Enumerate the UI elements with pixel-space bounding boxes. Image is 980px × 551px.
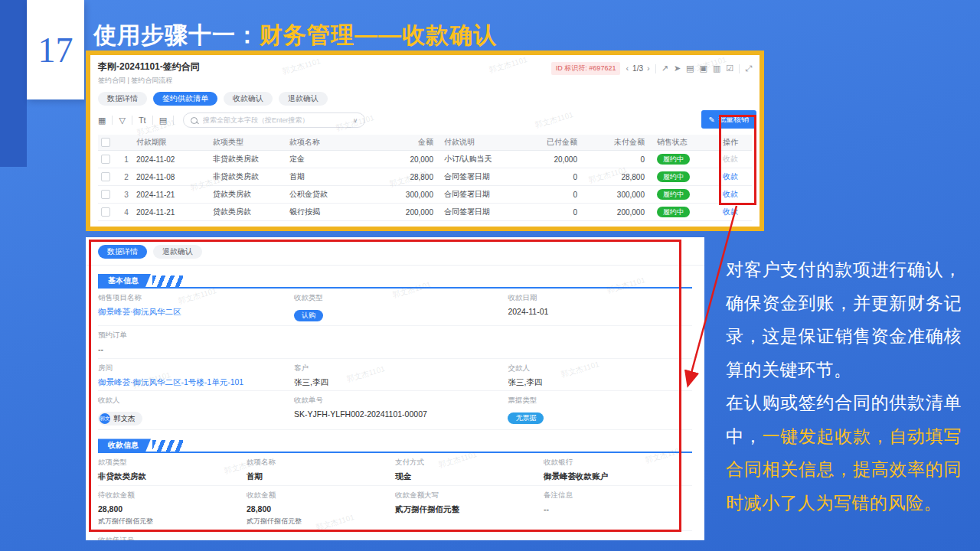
list-toolbar: ▦ ▽ Tt ▤ ∨ ✎ 批量核销 bbox=[98, 112, 752, 128]
col-header: 金额 bbox=[374, 137, 433, 148]
tab-data-detail[interactable]: 数据详情 bbox=[98, 92, 147, 106]
tab-receipt-confirm[interactable]: 收款确认 bbox=[224, 92, 273, 106]
record-id-badge: ID 标识符: #697621 bbox=[551, 62, 621, 75]
cell-amount: 20,000 bbox=[374, 155, 433, 164]
divider bbox=[132, 116, 132, 125]
cell-desc: 合同签署日期 bbox=[433, 207, 510, 217]
status-badge: 履约中 bbox=[657, 171, 690, 182]
share-icon[interactable]: ↗ bbox=[662, 64, 668, 73]
slide-title: 使用步骤十一：财务管理——收款确认 bbox=[93, 20, 497, 51]
row-checkbox[interactable] bbox=[101, 155, 110, 164]
search-box: ∨ bbox=[183, 112, 365, 128]
highlight-box-action-column bbox=[719, 115, 756, 205]
row-seq: 1 bbox=[116, 155, 136, 164]
status-badge: 履约中 bbox=[657, 154, 690, 165]
left-accent-strip bbox=[0, 0, 27, 167]
col-header: 销售状态 bbox=[645, 137, 715, 148]
table-header-row: 付款期限 款项类型 款项名称 金额 付款说明 已付金额 未付金额 销售状态 操作 bbox=[98, 135, 752, 151]
print-icon[interactable]: ▣ bbox=[700, 64, 707, 73]
send-icon[interactable]: ➤ bbox=[674, 64, 681, 73]
divider bbox=[739, 64, 740, 73]
cell-desc: 合同签署日期 bbox=[433, 189, 510, 200]
cell-amount: 28,800 bbox=[374, 173, 433, 181]
breadcrumb: 签约合同 | 签约合同流程 bbox=[98, 76, 200, 86]
copy-icon[interactable]: ▥ bbox=[713, 64, 720, 73]
cell-unpaid: 28,800 bbox=[577, 173, 645, 181]
table-row: 3 2024-11-21 贷款类房款 公积金贷款 300,000 合同签署日期 … bbox=[98, 186, 752, 204]
cell-due-date: 2024-11-08 bbox=[136, 173, 213, 181]
col-header: 付款说明 bbox=[433, 137, 510, 148]
detail-tabs: 数据详情 签约供款清单 收款确认 退款确认 bbox=[98, 92, 752, 106]
next-record-icon[interactable]: › bbox=[647, 64, 650, 73]
col-header: 付款期限 bbox=[136, 137, 213, 148]
row-checkbox[interactable] bbox=[101, 172, 110, 181]
search-input[interactable] bbox=[201, 116, 349, 125]
cell-desc: 合同签署日期 bbox=[433, 171, 510, 182]
cell-paid: 0 bbox=[510, 208, 577, 217]
table-row: 2 2024-11-08 非贷款类房款 首期 28,800 合同签署日期 0 2… bbox=[98, 168, 752, 186]
cell-unpaid: 200,000 bbox=[577, 208, 645, 217]
row-seq: 3 bbox=[116, 191, 136, 199]
cell-paid: 0 bbox=[510, 173, 577, 181]
note-paragraph-1: 对客户支付的款项进行确认，确保资金到账，并更新财务记录，这是保证销售资金准确核算… bbox=[726, 259, 962, 380]
column-settings-icon[interactable]: ▦ bbox=[98, 116, 106, 125]
cell-item-name: 定金 bbox=[289, 154, 374, 165]
divider bbox=[173, 116, 174, 125]
slide-title-prefix: 使用步骤十一： bbox=[93, 22, 260, 47]
col-header: 未付金额 bbox=[577, 137, 645, 148]
tab-refund-confirm[interactable]: 退款确认 bbox=[279, 92, 328, 106]
field-label: 收款凭证号 bbox=[98, 536, 247, 540]
row-seq: 2 bbox=[116, 173, 136, 181]
pager-label: 1/3 bbox=[632, 64, 643, 73]
cell-amount: 300,000 bbox=[374, 191, 433, 199]
cell-item-type: 非贷款类房款 bbox=[213, 171, 289, 182]
tab-payment-schedule[interactable]: 签约供款清单 bbox=[153, 92, 217, 106]
cell-paid: 0 bbox=[510, 191, 577, 199]
status-badge: 履约中 bbox=[657, 207, 690, 217]
divider bbox=[655, 64, 656, 73]
calendar-icon[interactable]: ▤ bbox=[159, 116, 167, 125]
receive-payment-link[interactable]: 收款 bbox=[723, 207, 738, 216]
screenshot-payment-list: 郭文杰1101 郭文杰1101 郭文杰1101 郭文杰1101 郭文杰1101 … bbox=[86, 51, 764, 231]
note-paragraph-2-highlight: 一键发起收款，自动填写合同相关信息，提高效率的同时减小了人为写错的风险。 bbox=[726, 426, 962, 513]
cell-due-date: 2024-11-21 bbox=[136, 191, 213, 199]
prev-record-icon[interactable]: ‹ bbox=[626, 64, 629, 73]
page-number: 17 bbox=[38, 30, 74, 70]
divider bbox=[112, 116, 113, 125]
table-row-empty bbox=[98, 221, 752, 231]
search-icon bbox=[191, 117, 198, 124]
field-voucher: 收款凭证号 123 bbox=[98, 536, 247, 540]
payment-table: 付款期限 款项类型 款项名称 金额 付款说明 已付金额 未付金额 销售状态 操作… bbox=[98, 135, 752, 231]
chevron-down-icon[interactable]: ∨ bbox=[353, 117, 358, 124]
status-badge: 履约中 bbox=[657, 189, 690, 200]
cell-due-date: 2024-11-02 bbox=[136, 155, 213, 164]
document-icon[interactable]: ▤ bbox=[686, 64, 694, 73]
task-check-icon[interactable]: ☑ bbox=[726, 64, 733, 73]
record-title: 李刚-20241101-签约合同 bbox=[98, 60, 200, 73]
pencil-icon: ✎ bbox=[709, 116, 715, 124]
record-header: 李刚-20241101-签约合同 签约合同 | 签约合同流程 ID 标识符: #… bbox=[98, 60, 752, 86]
record-pager: ‹ 1/3 › bbox=[626, 64, 649, 73]
cell-due-date: 2024-11-21 bbox=[136, 208, 213, 217]
cell-item-type: 贷款类房款 bbox=[213, 189, 289, 200]
table-row: 1 2024-11-02 非贷款类房款 定金 20,000 小订/认购当天 20… bbox=[98, 151, 752, 168]
slide-title-highlight: 财务管理——收款确认 bbox=[260, 22, 497, 47]
select-all-checkbox[interactable] bbox=[101, 138, 110, 147]
col-header: 款项类型 bbox=[213, 137, 289, 148]
col-header: 已付金额 bbox=[510, 137, 577, 148]
cell-desc: 小订/认购当天 bbox=[433, 154, 510, 165]
cell-amount: 200,000 bbox=[374, 208, 433, 217]
filter-icon[interactable]: ▽ bbox=[119, 116, 125, 125]
row-checkbox[interactable] bbox=[101, 190, 110, 199]
cell-item-type: 贷款类房款 bbox=[213, 207, 289, 217]
cell-item-name: 公积金贷款 bbox=[289, 189, 374, 200]
text-field-icon[interactable]: Tt bbox=[139, 116, 146, 125]
page-number-box: 17 bbox=[27, 0, 84, 99]
cell-unpaid: 0 bbox=[577, 155, 645, 164]
row-checkbox[interactable] bbox=[101, 207, 110, 217]
fullscreen-icon[interactable]: ⤢ bbox=[745, 64, 752, 73]
cell-item-type: 非贷款类房款 bbox=[213, 154, 289, 165]
cell-item-name: 银行按揭 bbox=[289, 207, 374, 217]
explanation-text: 对客户支付的款项进行确认，确保资金到账，并更新财务记录，这是保证销售资金准确核算… bbox=[726, 253, 962, 520]
cell-unpaid: 300,000 bbox=[577, 191, 645, 199]
